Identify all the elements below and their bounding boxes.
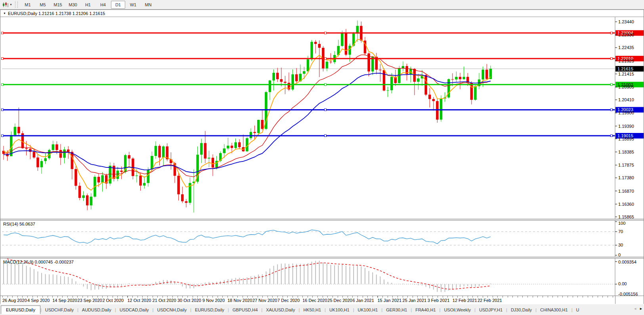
axis-label: 70: [618, 229, 623, 234]
line-handle[interactable]: [611, 109, 613, 111]
line-handle[interactable]: [611, 32, 613, 34]
line-handle[interactable]: [2, 58, 4, 60]
timeframe-button-mn[interactable]: MN: [141, 1, 155, 9]
line-handle[interactable]: [611, 83, 613, 85]
tab-scroll-right-icon[interactable]: ►: [639, 307, 643, 311]
chart-tab-gbpusd-h4[interactable]: GBPUSD,H4: [229, 306, 262, 314]
axis-label: 1.22435: [618, 45, 634, 50]
date-label: 14 Sep 2020: [52, 298, 77, 303]
chart-type-dropdown-caret[interactable]: ▼: [10, 3, 12, 6]
line-handle[interactable]: [611, 58, 613, 60]
timeframe-button-h4[interactable]: H4: [96, 1, 110, 9]
timeframe-button-w1[interactable]: W1: [126, 1, 140, 9]
axis-label: 1.19900: [618, 110, 634, 115]
horizontal-line-1.20023[interactable]: [2, 109, 615, 111]
tab-scroll-controls: ◄ ►: [632, 307, 643, 311]
rsi-chart-canvas[interactable]: 10070300: [0, 220, 644, 257]
macd-chart-canvas[interactable]: 0.0093540.00-0.005156: [0, 258, 644, 296]
date-label: 7 Dec 2020: [277, 298, 300, 303]
axis-label: 1.21925: [618, 59, 634, 63]
macd-indicator-label: MACD(12,26,9) 0.000745 -0.000237: [3, 260, 74, 264]
chart-tab-eurusd-daily[interactable]: EURUSD,Daily: [191, 306, 228, 314]
chart-tab-china300-h1[interactable]: CHINA300,H1: [537, 306, 571, 314]
axis-label: 0: [618, 252, 621, 257]
ma-mid-line: [4, 55, 491, 177]
chart-tab-eurusd-daily[interactable]: EURUSD,Daily: [1, 306, 40, 314]
horizontal-line-1.21002[interactable]: [2, 83, 615, 85]
candlestick-chart-icon[interactable]: [2, 2, 10, 8]
timeframe-button-m5[interactable]: M5: [36, 1, 50, 9]
chart-title-bar[interactable]: ▼ EURUSD,Daily 1.21216 1.21738 1.21206 1…: [0, 10, 644, 17]
date-label: 6 Jan 2021: [352, 298, 374, 303]
axis-label: 1.19390: [618, 124, 634, 129]
axis-label: 1.18385: [618, 150, 634, 154]
chart-tab-usoil-weekly[interactable]: USOil,Weekly: [440, 306, 474, 314]
axis-label: 100: [618, 221, 625, 226]
timeframe-button-m15[interactable]: M15: [51, 1, 65, 9]
axis-label: 1.15865: [618, 214, 634, 219]
chart-tab-usdjpy-h1[interactable]: USDJPY,H1: [476, 306, 506, 314]
chart-tab-dj30-daily[interactable]: DJ30,Daily: [507, 306, 535, 314]
chart-tab-hk50-h1[interactable]: HK50,H1: [300, 306, 325, 314]
chart-tab-ger30-h1[interactable]: GER30,H1: [382, 306, 411, 314]
chart-tab-xauusd-daily[interactable]: XAUUSD,Daily: [262, 306, 298, 314]
axis-corner-divider: [615, 296, 615, 304]
axis-label: 1.22930: [618, 32, 634, 37]
timeframe-button-d1[interactable]: D1: [111, 1, 125, 9]
chart-tab-u[interactable]: U: [573, 306, 583, 314]
line-handle[interactable]: [325, 58, 327, 60]
date-label: 22 Feb 2021: [478, 298, 502, 303]
line-handle[interactable]: [325, 83, 327, 85]
date-label: 3 Feb 2021: [428, 298, 450, 303]
axis-label: 1.16360: [618, 202, 634, 207]
date-label: 25 Dec 2020: [327, 298, 352, 303]
axis-label: 1.21415: [618, 72, 634, 76]
date-label: 23 Sep 2020: [77, 298, 102, 303]
axis-label: 1.16870: [618, 189, 634, 194]
date-label: 30 Oct 2020: [178, 298, 201, 303]
line-handle[interactable]: [325, 135, 327, 137]
date-label: 16 Dec 2020: [302, 298, 327, 303]
date-label: 25 Jan 2021: [403, 298, 427, 303]
toolbar-grip: [15, 2, 18, 8]
chart-tab-uk100-h1[interactable]: UK100,H1: [326, 306, 353, 314]
date-label: 18 Nov 2020: [227, 298, 252, 303]
chart-tab-bar: EURUSD,Daily|USDCHF,Daily|AUDUSD,Daily|U…: [0, 304, 644, 315]
axis-label: -0.005156: [618, 292, 638, 296]
line-handle[interactable]: [611, 135, 613, 137]
date-label: 15 Jan 2021: [378, 298, 402, 303]
date-label: 27 Nov 2020: [252, 298, 277, 303]
chart-title-text: EURUSD,Daily 1.21216 1.21738 1.21206 1.2…: [8, 11, 105, 16]
horizontal-line-1.23004[interactable]: [2, 32, 615, 34]
horizontal-line-1.19015[interactable]: [2, 135, 615, 137]
mt4-terminal: ▼ M1 M5 M15 M30 H1 H4 D1 W1 MN ▼ EURUSD,…: [0, 0, 644, 315]
horizontal-line-1.22010[interactable]: [2, 58, 615, 60]
chart-tab-fra40-h1[interactable]: FRA40,H1: [412, 306, 439, 314]
chart-tab-usdchf-daily[interactable]: USDCHF,Daily: [42, 306, 77, 314]
line-handle[interactable]: [2, 135, 4, 137]
tab-scroll-left-icon[interactable]: ◄: [633, 307, 637, 311]
date-label: 12 Oct 2020: [128, 298, 151, 303]
chart-tab-usdcnh-daily[interactable]: USDCNH,Daily: [153, 306, 190, 314]
axis-label: 0.009354: [618, 260, 636, 264]
timeframe-button-h1[interactable]: H1: [81, 1, 95, 9]
chart-window: ▼ EURUSD,Daily 1.21216 1.21738 1.21206 1…: [0, 9, 644, 304]
axis-label: 1.23440: [618, 19, 634, 24]
rsi-indicator-label: RSI(14) 56.0637: [3, 222, 35, 226]
line-handle[interactable]: [2, 83, 4, 85]
line-handle[interactable]: [2, 32, 4, 34]
chart-tab-audusd-daily[interactable]: AUDUSD,Daily: [78, 306, 115, 314]
time-axis[interactable]: 26 Aug 20204 Sep 202014 Sep 202023 Sep 2…: [0, 296, 644, 304]
timeframe-button-m30[interactable]: M30: [66, 1, 80, 9]
timeframe-toolbar: ▼ M1 M5 M15 M30 H1 H4 D1 W1 MN: [0, 0, 644, 9]
line-handle[interactable]: [325, 32, 327, 34]
axis-label: 1.18895: [618, 137, 634, 141]
line-handle[interactable]: [2, 109, 4, 111]
date-label: 9 Nov 2020: [203, 298, 225, 303]
main-chart-canvas[interactable]: 1.230041.220101.210021.200231.190151.234…: [0, 17, 644, 219]
collapse-icon[interactable]: ▼: [3, 12, 6, 15]
timeframe-button-m1[interactable]: M1: [21, 1, 35, 9]
line-handle[interactable]: [325, 109, 327, 111]
chart-tab-usdcad-daily[interactable]: USDCAD,Daily: [116, 306, 153, 314]
chart-tab-uk100-h1[interactable]: UK100,H1: [354, 306, 382, 314]
